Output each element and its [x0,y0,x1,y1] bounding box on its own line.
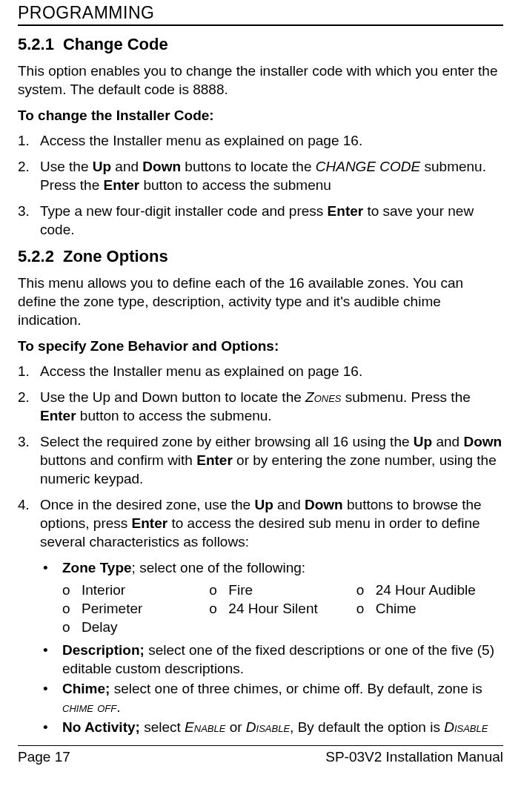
bullet-body: No Activity; select Enable or Disable, B… [62,718,503,736]
list-body: Select the required zone by either brows… [40,432,503,488]
page-header: PROGRAMMING [18,0,503,26]
bullet-icon: • [43,558,62,577]
bullet-body: Zone Type; select one of the following: [62,558,503,577]
list-body: Access the Installer menu as explained o… [40,131,503,150]
bullet-no-activity: • No Activity; select Enable or Disable,… [43,718,503,736]
zone-col-2: oFire o24 Hour Silent [209,581,356,636]
heading-522-title: Zone Options [63,247,168,265]
s1-proc-head: To change the Installer Code: [18,108,503,124]
list-marker: 1. [18,362,40,380]
s2-step4: 4. Once in the desired zone, use the Up … [18,495,503,551]
list-body: Use the Up and Down buttons to locate th… [40,157,503,194]
bullet-description: • Description; select one of the fixed d… [43,641,503,678]
s1-step3: 3. Type a new four-digit installer code … [18,202,503,239]
s2-step2: 2. Use the Up and Down button to locate … [18,388,503,425]
zone-opt-interior: oInterior [62,581,209,599]
heading-521-num: 5.2.1 [18,35,63,54]
zone-col-1: oInterior oPerimeter oDelay [62,581,209,636]
s2-proc-head: To specify Zone Behavior and Options: [18,338,503,354]
s2-step1: 1. Access the Installer menu as explaine… [18,362,503,380]
list-body: Type a new four-digit installer code and… [40,202,503,239]
bullet-body: Chime; select one of three chimes, or ch… [62,679,503,716]
zone-opt-24h-audible: o24 Hour Audible [356,581,503,599]
zone-col-3: o24 Hour Audible oChime [356,581,503,636]
list-marker: 1. [18,131,40,150]
bullet-body: Description; select one of the fixed des… [62,641,503,678]
page-footer: Page 17 SP-03V2 Installation Manual [18,745,503,765]
list-body: Once in the desired zone, use the Up and… [40,495,503,551]
s1-steps: 1. Access the Installer menu as explaine… [18,131,503,239]
heading-522: 5.2.2Zone Options [18,247,503,266]
s2-bullets: • Zone Type; select one of the following… [43,558,503,577]
s1-step2: 2. Use the Up and Down buttons to locate… [18,157,503,194]
bullet-zone-type: • Zone Type; select one of the following… [43,558,503,577]
list-marker: 3. [18,202,40,239]
s2-step3: 3. Select the required zone by either br… [18,432,503,488]
heading-521: 5.2.1Change Code [18,35,503,54]
s2-steps: 1. Access the Installer menu as explaine… [18,362,503,552]
zone-opt-fire: oFire [209,581,356,599]
bullet-chime: • Chime; select one of three chimes, or … [43,679,503,716]
list-marker: 2. [18,157,40,194]
s1-intro: This option enables you to change the in… [18,62,503,99]
bullet-icon: • [43,641,62,678]
list-body: Access the Installer menu as explained o… [40,362,503,380]
footer-page-num: Page 17 [18,749,70,765]
heading-522-num: 5.2.2 [18,247,63,266]
bullet-icon: • [43,679,62,716]
list-marker: 3. [18,432,40,488]
list-marker: 4. [18,495,40,551]
heading-521-title: Change Code [63,35,168,53]
list-body: Use the Up and Down button to locate the… [40,388,503,425]
zone-type-options: oInterior oPerimeter oDelay oFire o24 Ho… [62,581,503,636]
bullet-icon: • [43,718,62,736]
zone-opt-24h-silent: o24 Hour Silent [209,599,356,618]
s2-intro: This menu allows you to define each of t… [18,274,503,329]
zone-opt-delay: oDelay [62,618,209,636]
list-marker: 2. [18,388,40,425]
zone-opt-chime: oChime [356,599,503,618]
s2-bullets-2: • Description; select one of the fixed d… [43,641,503,736]
zone-opt-perimeter: oPerimeter [62,599,209,618]
s1-step1: 1. Access the Installer menu as explaine… [18,131,503,150]
footer-manual-title: SP-03V2 Installation Manual [325,749,503,765]
